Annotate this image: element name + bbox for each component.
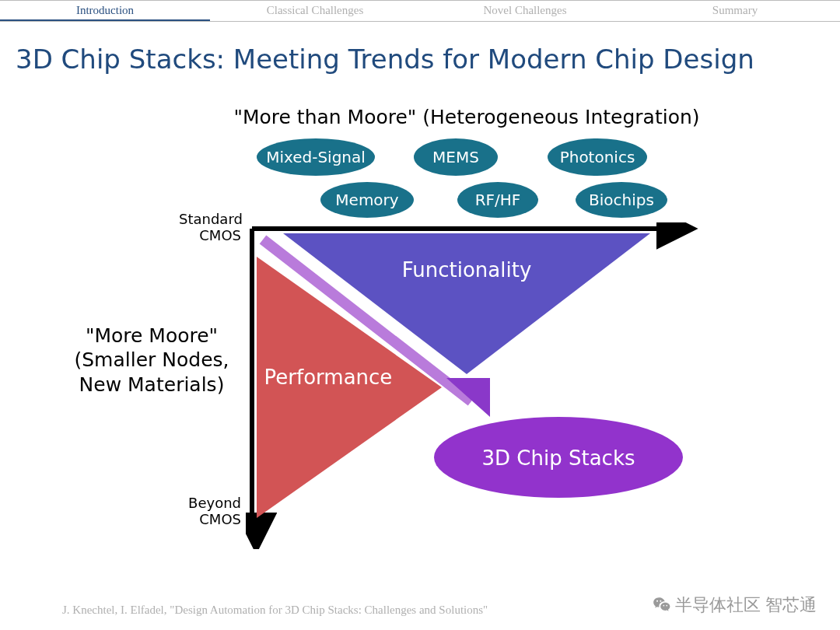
pill-photonics: Photonics — [548, 138, 647, 176]
wechat-icon — [652, 595, 672, 615]
pill-mems: MEMS — [414, 138, 498, 176]
slide-title: 3D Chip Stacks: Meeting Trends for Moder… — [0, 22, 840, 82]
nav-tab-novel[interactable]: Novel Challenges — [420, 1, 630, 21]
result-label: 3D Chip Stacks — [482, 446, 635, 470]
watermark-text: 半导体社区 智芯通 — [675, 593, 817, 617]
axis-label-bottom: Beyond CMOS — [179, 495, 241, 527]
pill-biochips: Biochips — [576, 182, 667, 218]
watermark: 半导体社区 智芯通 — [652, 593, 817, 617]
functionality-label: Functionality — [402, 258, 532, 282]
diagram-area: "More than Moore" (Heterogeneous Integra… — [0, 82, 840, 596]
nav-tab-introduction[interactable]: Introduction — [0, 1, 210, 21]
axis-label-top: Standard CMOS — [179, 211, 241, 243]
convergence-arrow-icon — [446, 378, 490, 417]
citation: J. Knechtel, I. Elfadel, "Design Automat… — [62, 604, 488, 617]
axes-and-shapes: Functionality Performance 3D Chip Stacks — [246, 222, 728, 549]
nav-tab-summary[interactable]: Summary — [630, 1, 840, 21]
pill-mixed-signal: Mixed-Signal — [257, 138, 375, 176]
performance-label: Performance — [264, 366, 393, 389]
top-heading: "More than Moore" (Heterogeneous Integra… — [233, 106, 700, 128]
pill-rfhf: RF/HF — [457, 182, 538, 218]
slide-nav: Introduction Classical Challenges Novel … — [0, 0, 840, 22]
pill-memory: Memory — [320, 182, 414, 218]
left-description: "More Moore" (Smaller Nodes, New Materia… — [70, 324, 233, 397]
nav-tab-classical[interactable]: Classical Challenges — [210, 1, 420, 21]
